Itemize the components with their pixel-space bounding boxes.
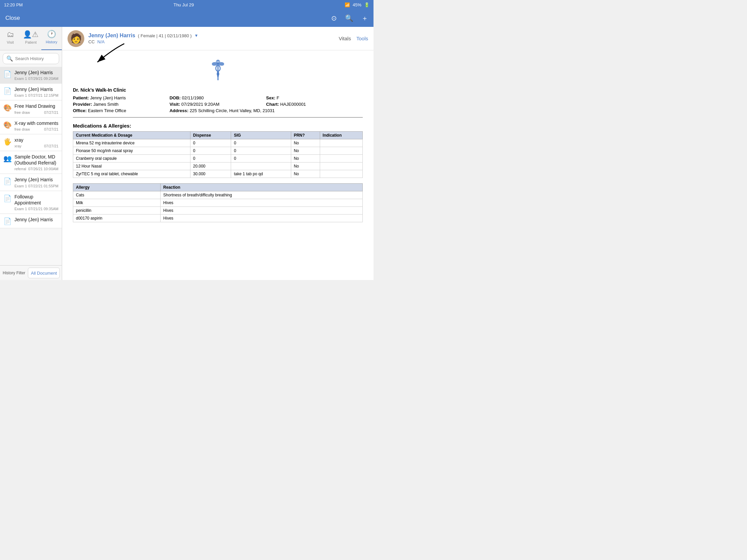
history-item-3-content: Free Hand Drawing free draw 07/27/21	[15, 103, 58, 114]
detail-chart: Chart: HAJE000001	[266, 102, 363, 107]
status-icons: 📶 45% 🔋	[344, 2, 369, 7]
allergy-name-2: penicillin	[73, 207, 160, 215]
time-display: 12:20 PM	[4, 2, 23, 7]
patient-info: Jenny (Jen) Harris ( Female | 41 | 02/11…	[88, 32, 335, 44]
history-item-9[interactable]: 📄 Jenny (Jen) Harris	[0, 214, 62, 228]
cc-row: CC N/A	[88, 39, 335, 44]
tab-bar: 🗂 Visit 👤⚠ Patient 🕐 History	[0, 27, 62, 50]
header-actions: Vitals Tools	[339, 35, 368, 41]
allergy-name-3: d00170 aspirin	[73, 215, 160, 222]
med-prn-4: No	[291, 170, 320, 178]
caduceus-icon	[208, 58, 228, 82]
tab-patient[interactable]: 👤⚠ Patient	[21, 27, 41, 50]
history-item-1-name: Jenny (Jen) Harris	[15, 70, 58, 76]
history-item-6-type: referral	[15, 167, 26, 171]
detail-office: Office: Eastern Time Office	[73, 108, 170, 113]
document-content: Dr. Nick's Walk-In Clinic Patient: Jenny…	[62, 50, 374, 280]
med-name-2: Cranberry oral capsule	[73, 155, 190, 162]
history-item-2[interactable]: 📄 Jenny (Jen) Harris Exam 1 07/27/21 12:…	[0, 84, 62, 100]
history-item-6-content: Sample Doctor, MD(Outbound Referral) ref…	[15, 154, 58, 171]
add-icon[interactable]: ＋	[361, 14, 368, 23]
tab-visit[interactable]: 🗂 Visit	[0, 27, 21, 50]
history-item-8-meta: Exam 1 07/21/21 09:35AM	[15, 207, 58, 211]
battery-icon: 🔋	[364, 2, 369, 7]
history-item-8[interactable]: 📄 Followup Appointment Exam 1 07/21/21 0…	[0, 191, 62, 214]
battery-display: 45%	[353, 2, 361, 7]
history-item-4-name: X-ray with comments	[15, 120, 58, 126]
allergy-row-2: penicillin Hives	[73, 207, 363, 215]
filter-button[interactable]: All Document Type	[28, 268, 60, 278]
history-item-4-date: 07/27/21	[44, 127, 58, 131]
history-item-5[interactable]: 🖐 xray xray 07/27/21	[0, 134, 62, 151]
medications-section: Medications & Allergies: Current Medicat…	[73, 123, 363, 222]
history-item-9-name: Jenny (Jen) Harris	[15, 217, 58, 222]
history-item-2-type: Exam 1	[15, 93, 27, 97]
med-sig-2: 0	[231, 155, 291, 162]
history-item-5-icon: 🖐	[3, 138, 12, 146]
med-name-0: Mirena 52 mg intrauterine device	[73, 139, 190, 147]
medications-table: Current Medication & Dosage Dispense SIG…	[73, 131, 363, 178]
cc-label: CC	[88, 39, 95, 44]
patient-name: Jenny (Jen) Harris	[88, 32, 135, 38]
med-indication-0	[320, 139, 362, 147]
med-name-3: 12 Hour Nasal	[73, 162, 190, 170]
med-prn-3: No	[291, 162, 320, 170]
patient-details-grid: Patient: Jenny (Jen) Harris DOB: 02/11/1…	[73, 95, 363, 117]
search-bar[interactable]: 🔍	[3, 53, 59, 64]
history-item-6[interactable]: 👥 Sample Doctor, MD(Outbound Referral) r…	[0, 151, 62, 174]
allergy-col-allergy: Allergy	[73, 184, 160, 191]
history-item-7-icon: 📄	[3, 177, 12, 185]
detail-provider: Provider: James Smith	[73, 102, 170, 107]
allergy-name-0: Cats	[73, 191, 160, 199]
med-indication-4	[320, 170, 362, 178]
med-name-4: ZyrTEC 5 mg oral tablet, chewable	[73, 170, 190, 178]
history-item-1-meta: Exam 1 07/29/21 09:20AM	[15, 77, 58, 81]
search-icon[interactable]: 🔍	[345, 14, 353, 22]
allergy-row-1: Milk Hives	[73, 199, 363, 207]
history-item-3-meta: free draw 07/27/21	[15, 110, 58, 114]
main-layout: 🗂 Visit 👤⚠ Patient 🕐 History 🔍 📄 Jenny (	[0, 27, 374, 280]
history-item-2-icon: 📄	[3, 87, 12, 95]
allergy-name-1: Milk	[73, 199, 160, 207]
allergy-reaction-1: Hives	[160, 199, 363, 207]
med-col-name: Current Medication & Dosage	[73, 132, 190, 139]
visit-tab-icon: 🗂	[7, 30, 14, 39]
allergy-reaction-2: Hives	[160, 207, 363, 215]
history-item-3[interactable]: 🎨 Free Hand Drawing free draw 07/27/21	[0, 100, 62, 117]
history-item-4-icon: 🎨	[3, 121, 12, 129]
detail-visit: Visit: 07/29/2021 9:20AM	[170, 102, 266, 107]
medications-section-title: Medications & Allergies:	[73, 123, 363, 129]
med-col-sig: SIG	[231, 132, 291, 139]
history-item-7-date: 07/22/21 01:55PM	[28, 184, 58, 188]
history-item-7-content: Jenny (Jen) Harris Exam 1 07/22/21 01:55…	[15, 177, 58, 188]
history-item-1[interactable]: 📄 Jenny (Jen) Harris Exam 1 07/29/21 09:…	[0, 67, 62, 84]
history-item-2-name: Jenny (Jen) Harris	[15, 86, 58, 92]
allergy-row-3: d00170 aspirin Hives	[73, 215, 363, 222]
history-item-8-date: 07/21/21 09:35AM	[28, 207, 58, 211]
med-table-header: Current Medication & Dosage Dispense SIG…	[73, 132, 363, 139]
med-row-4: ZyrTEC 5 mg oral tablet, chewable 30.000…	[73, 170, 363, 178]
history-item-7[interactable]: 📄 Jenny (Jen) Harris Exam 1 07/22/21 01:…	[0, 174, 62, 191]
med-sig-0: 0	[231, 139, 291, 147]
med-sig-1: 0	[231, 147, 291, 155]
tab-history[interactable]: 🕐 History	[41, 27, 62, 50]
history-item-4[interactable]: 🎨 X-ray with comments free draw 07/27/21	[0, 117, 62, 134]
med-col-prn: PRN?	[291, 132, 320, 139]
menu-icon[interactable]: ⊙	[331, 14, 337, 22]
history-item-1-date: 07/29/21 09:20AM	[28, 77, 58, 81]
history-item-8-icon: 📄	[3, 194, 12, 203]
dropdown-chevron-icon[interactable]: ▼	[195, 33, 199, 38]
history-item-3-name: Free Hand Drawing	[15, 103, 58, 109]
history-item-1-content: Jenny (Jen) Harris Exam 1 07/29/21 09:20…	[15, 70, 58, 81]
search-input[interactable]	[15, 56, 55, 61]
filter-label: History Filter	[0, 271, 28, 275]
search-magnifier-icon: 🔍	[6, 55, 13, 62]
avatar: 🧑	[68, 30, 84, 47]
vitals-button[interactable]: Vitals	[339, 35, 351, 41]
history-item-9-content: Jenny (Jen) Harris	[15, 217, 58, 223]
history-item-1-type: Exam 1	[15, 77, 27, 81]
close-button[interactable]: Close	[5, 15, 20, 22]
history-item-5-date: 07/27/21	[44, 144, 58, 148]
cc-value: N/A	[97, 39, 335, 44]
tools-button[interactable]: Tools	[356, 35, 368, 41]
